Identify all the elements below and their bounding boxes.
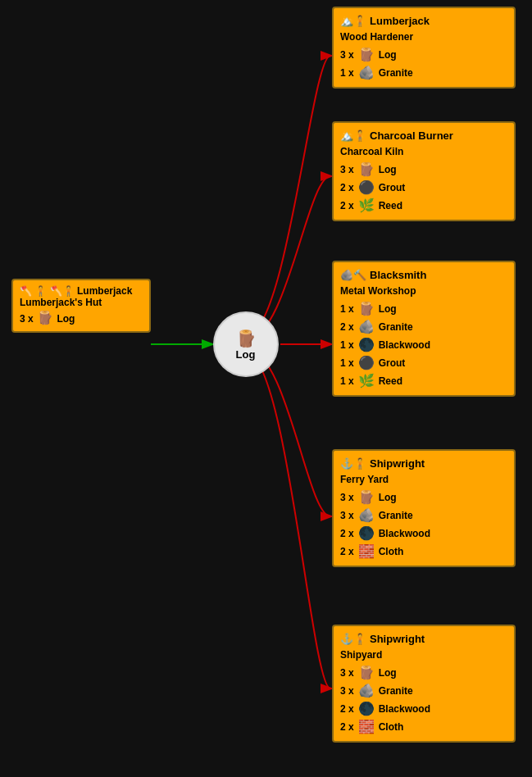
granite-icon-b4: 🪨	[357, 507, 375, 525]
reed-icon-b2: 🌿	[357, 197, 375, 215]
source-qty-1: 3 x	[20, 313, 34, 325]
box3-item-5: 1 x 🌿 Reed	[340, 372, 507, 390]
box5-title-row: ⚓🧍 Shipwright	[340, 631, 507, 648]
box4-subtitle: Ferry Yard	[340, 472, 507, 487]
reed-icon-b3: 🌿	[357, 372, 375, 390]
source-subtitle: Lumberjack's Hut	[20, 297, 143, 308]
box2-subtitle: Charcoal Kiln	[340, 144, 507, 159]
box2-item-1: 3 x 🪵 Log	[340, 161, 507, 179]
box2-title: Charcoal Burner	[370, 128, 453, 144]
box-wood-hardener: 🏔️🧍 Lumberjack Wood Hardener 3 x 🪵 Log 1…	[332, 7, 516, 89]
box4-icon: ⚓🧍	[340, 456, 366, 472]
box1-title: Lumberjack	[370, 13, 430, 30]
box5-item-3: 2 x 🌑 Blackwood	[340, 700, 507, 718]
log-icon-b4: 🪵	[357, 488, 375, 507]
box1-item-1: 3 x 🪵 Log	[340, 46, 507, 64]
source-icon1: 🪓	[20, 285, 32, 297]
box1-item-2: 1 x 🪨 Granite	[340, 64, 507, 82]
cloth-icon-b5: 🧱	[357, 718, 375, 736]
blackwood-icon-b4: 🌑	[357, 525, 375, 543]
box3-item-4: 1 x ⚫ Grout	[340, 354, 507, 372]
box3-title-row: 🪨🔨 Blacksmith	[340, 267, 507, 284]
source-label1: 🪓🧍 Lumberjack	[50, 285, 133, 297]
box3-item-2: 2 x 🪨 Granite	[340, 318, 507, 336]
center-node: 🪵 Log	[213, 311, 279, 377]
log-icon-b3: 🪵	[357, 300, 375, 318]
log-icon-b2: 🪵	[357, 161, 375, 179]
log-icon: 🪵	[36, 308, 54, 326]
box4-item-2: 3 x 🪨 Granite	[340, 507, 507, 525]
box4-item-3: 2 x 🌑 Blackwood	[340, 525, 507, 543]
box1-subtitle: Wood Hardener	[340, 30, 507, 44]
center-icon: 🪵	[236, 329, 257, 348]
box-charcoal-kiln: 🏔️🧍 Charcoal Burner Charcoal Kiln 3 x 🪵 …	[332, 121, 516, 221]
box3-item-3: 1 x 🌑 Blackwood	[340, 336, 507, 354]
blackwood-icon-b5: 🌑	[357, 700, 375, 718]
grout-icon-b3: ⚫	[357, 354, 375, 372]
box1-title-row: 🏔️🧍 Lumberjack	[340, 13, 507, 30]
box5-icon: ⚓🧍	[340, 631, 366, 648]
box-ferry-yard: ⚓🧍 Shipwright Ferry Yard 3 x 🪵 Log 3 x 🪨…	[332, 449, 516, 567]
box2-icon: 🏔️🧍	[340, 128, 366, 144]
box5-title: Shipwright	[370, 631, 425, 648]
log-icon-b1: 🪵	[357, 46, 375, 64]
box5-subtitle: Shipyard	[340, 648, 507, 662]
box3-item-1: 1 x 🪵 Log	[340, 300, 507, 318]
box5-item-2: 3 x 🪨 Granite	[340, 682, 507, 700]
log-icon-b5: 🪵	[357, 664, 375, 682]
source-item-1: 3 x 🪵 Log	[20, 308, 143, 326]
cloth-icon-b4: 🧱	[357, 543, 375, 561]
box4-title: Shipwright	[370, 456, 425, 472]
center-label: Log	[236, 348, 257, 361]
blackwood-icon-b3: 🌑	[357, 336, 375, 354]
source-item-name-1: Log	[57, 313, 75, 325]
box4-item-1: 3 x 🪵 Log	[340, 488, 507, 507]
source-title: 🪓 🧍 🪓🧍 Lumberjack	[20, 285, 143, 297]
box-shipyard: ⚓🧍 Shipwright Shipyard 3 x 🪵 Log 3 x 🪨 G…	[332, 625, 516, 743]
source-icon2: 🧍	[34, 285, 47, 297]
box3-icon: 🪨🔨	[340, 267, 366, 284]
granite-icon-b3: 🪨	[357, 318, 375, 336]
box4-title-row: ⚓🧍 Shipwright	[340, 456, 507, 472]
box-metal-workshop: 🪨🔨 Blacksmith Metal Workshop 1 x 🪵 Log 2…	[332, 261, 516, 397]
box4-item-4: 2 x 🧱 Cloth	[340, 543, 507, 561]
box2-title-row: 🏔️🧍 Charcoal Burner	[340, 128, 507, 144]
granite-icon-b1: 🪨	[357, 64, 375, 82]
box3-title: Blacksmith	[370, 267, 426, 284]
box1-icon: 🏔️🧍	[340, 13, 366, 30]
granite-icon-b5: 🪨	[357, 682, 375, 700]
box2-item-2: 2 x ⚫ Grout	[340, 179, 507, 197]
box3-subtitle: Metal Workshop	[340, 284, 507, 298]
grout-icon-b2: ⚫	[357, 179, 375, 197]
box5-item-4: 2 x 🧱 Cloth	[340, 718, 507, 736]
source-node: 🪓 🧍 🪓🧍 Lumberjack Lumberjack's Hut 3 x 🪵…	[11, 279, 151, 333]
box2-item-3: 2 x 🌿 Reed	[340, 197, 507, 215]
box5-item-1: 3 x 🪵 Log	[340, 664, 507, 682]
